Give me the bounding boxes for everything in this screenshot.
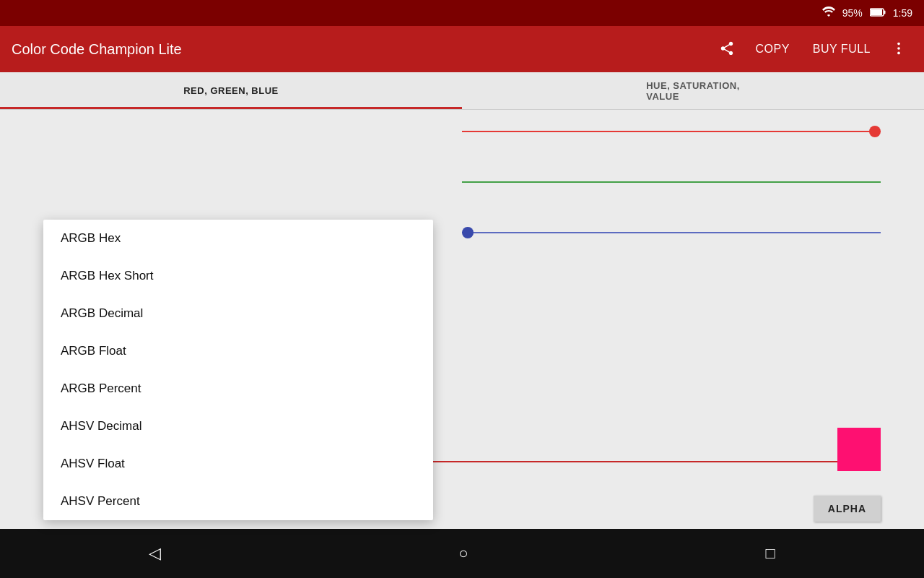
svg-rect-2 [884,11,885,14]
blue-slider-track[interactable] [462,232,881,233]
home-button[interactable]: ○ [437,537,489,570]
dropdown-item-argb-decimal[interactable]: ARGB Decimal [43,295,433,332]
svg-point-4 [897,47,900,50]
blue-slider-thumb[interactable] [462,227,474,238]
battery-icon [870,7,886,20]
alpha-button[interactable]: ALPHA [814,496,881,522]
green-slider-track[interactable] [462,181,881,183]
back-button[interactable]: ◁ [127,537,183,570]
dropdown-item-ahsv-percent[interactable]: AHSV Percent [43,483,433,520]
blue-slider-row [462,225,881,240]
red-slider-thumb[interactable] [869,126,881,137]
time-display: 1:59 [893,7,912,19]
more-options-button[interactable] [885,35,912,64]
recent-button[interactable]: □ [744,537,797,570]
bottom-nav: ◁ ○ □ [0,529,924,578]
sliders-area [462,124,881,240]
dropdown-item-ahsv-decimal[interactable]: AHSV Decimal [43,407,433,445]
dropdown-item-argb-hex[interactable]: ARGB Hex [43,220,433,257]
svg-point-5 [897,51,900,54]
tab-hsv[interactable]: HUE, SATURATION,VALUE [462,72,924,109]
battery-level: 95% [842,7,863,19]
wifi-icon [822,7,835,20]
dropdown-item-argb-hex-short[interactable]: ARGB Hex Short [43,257,433,295]
svg-point-3 [897,42,900,45]
svg-rect-1 [871,9,882,15]
red-slider-row [462,124,881,139]
dropdown-item-argb-percent[interactable]: ARGB Percent [43,370,433,407]
status-bar: 95% 1:59 [0,0,924,26]
app-bar: Color Code Champion Lite COPY BUY FULL [0,26,924,72]
tab-rgb[interactable]: RED, GREEN, BLUE [0,72,462,109]
app-title: Color Code Champion Lite [12,41,713,58]
share-button[interactable] [713,35,741,64]
color-preview [837,428,881,471]
dropdown-item-ahsv-float[interactable]: AHSV Float [43,445,433,483]
tab-bar: RED, GREEN, BLUE HUE, SATURATION,VALUE [0,72,924,110]
dropdown-item-argb-float[interactable]: ARGB Float [43,332,433,370]
main-content: ALPHA ARGB Hex ARGB Hex Short ARGB Decim… [0,110,924,529]
copy-button[interactable]: COPY [746,37,798,61]
red-slider-track[interactable] [462,131,881,132]
buy-full-button[interactable]: BUY FULL [804,37,879,61]
dropdown-menu: ARGB Hex ARGB Hex Short ARGB Decimal ARG… [43,220,433,520]
green-slider-row [462,175,881,189]
app-bar-actions: COPY BUY FULL [713,35,912,64]
